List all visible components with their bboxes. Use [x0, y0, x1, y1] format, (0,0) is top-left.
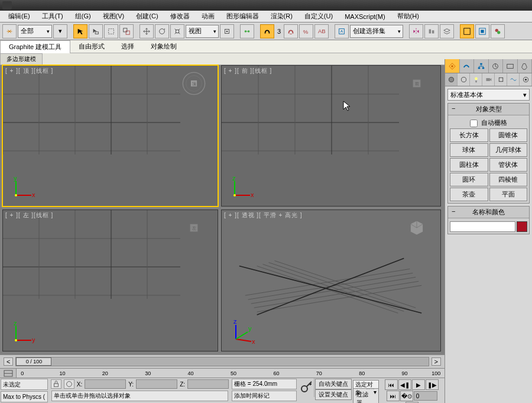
next-frame-button[interactable]: >: [432, 357, 441, 366]
btn-teapot[interactable]: 茶壶: [450, 188, 488, 201]
viewport-label-persp[interactable]: [ + ][ 透视 ][ 平滑 + 高光 ]: [224, 211, 303, 220]
btn-cylinder[interactable]: 圆柱体: [450, 158, 488, 172]
viewport-front[interactable]: [ + ][ 前 ][线框 ] 前 zx: [221, 65, 441, 207]
viewport-left[interactable]: [ + ][ 左 ][线框 ] 左 zy: [2, 209, 218, 352]
cmd-sub-shapes[interactable]: [458, 73, 470, 86]
play-button[interactable]: ▶: [412, 379, 425, 390]
rollout-hdr-objtype[interactable]: 对象类型: [448, 104, 529, 115]
cmd-sub-cameras[interactable]: [482, 73, 495, 86]
goto-end-button[interactable]: ⏭: [387, 391, 400, 401]
menu-view[interactable]: 视图(V): [97, 11, 131, 22]
layer-manager-button[interactable]: [440, 24, 454, 38]
btn-geosphere[interactable]: 几何球体: [489, 143, 528, 157]
btn-torus[interactable]: 圆环: [450, 173, 488, 186]
status-script[interactable]: Max to Physcs (: [1, 391, 48, 402]
rollout-hdr-namecolor[interactable]: 名称和颜色: [448, 207, 529, 218]
y-coord-input[interactable]: [136, 379, 177, 389]
select-by-name-button[interactable]: [89, 24, 103, 38]
goto-start-button[interactable]: ⏮: [385, 379, 398, 390]
ribbon-tab-graphite[interactable]: Graphite 建模工具: [0, 40, 70, 53]
window-crossing-button[interactable]: [119, 24, 134, 38]
autogrid-checkbox[interactable]: [470, 120, 478, 127]
rect-select-button[interactable]: [104, 24, 118, 38]
viewport-top[interactable]: [ + ][ 顶 ][线框 ] 顶 yx: [2, 65, 218, 207]
trackbar-toggle-icon[interactable]: [0, 369, 17, 378]
viewcube-persp[interactable]: [405, 216, 429, 240]
angle-snap-button[interactable]: [284, 24, 298, 38]
key-target-selector[interactable]: 选定对象: [353, 380, 379, 389]
menu-maxscript[interactable]: MAXScript(M): [339, 12, 391, 21]
cmd-sub-geometry[interactable]: [445, 73, 458, 86]
menu-customize[interactable]: 自定义(U): [299, 11, 339, 22]
viewcube-front[interactable]: 前: [405, 72, 429, 95]
ribbon-tab-objectpaint[interactable]: 对象绘制: [142, 40, 185, 53]
align-button[interactable]: [424, 24, 439, 38]
viewport-perspective[interactable]: [ + ][ 透视 ][ 平滑 + 高光 ] zxy: [221, 209, 441, 352]
btn-sphere[interactable]: 球体: [450, 143, 488, 157]
time-slider-handle[interactable]: 0 / 100: [16, 357, 51, 366]
cmd-sub-helpers[interactable]: [495, 73, 507, 86]
setkey-button[interactable]: 设置关键点: [315, 389, 352, 400]
menu-create[interactable]: 创建(C): [130, 11, 164, 22]
isolate-icon[interactable]: [64, 379, 74, 389]
material-editor-button[interactable]: [491, 24, 505, 38]
refcoord-selector[interactable]: 视图: [186, 25, 219, 38]
btn-cone[interactable]: 圆锥体: [489, 128, 528, 142]
cmd-tab-utilities[interactable]: [518, 59, 533, 73]
edit-named-sel-button[interactable]: [335, 24, 349, 38]
cmd-tab-modify[interactable]: [460, 59, 475, 73]
use-pivot-button[interactable]: [220, 24, 234, 38]
scale-button[interactable]: [170, 24, 184, 38]
z-coord-input[interactable]: [187, 379, 229, 389]
menu-rendering[interactable]: 渲染(R): [265, 11, 299, 22]
link-icon[interactable]: [2, 24, 17, 38]
key-mode-toggle[interactable]: �⊙: [400, 391, 413, 401]
next-frame-btn[interactable]: ❚▶: [426, 379, 439, 390]
ribbon-tab-selection[interactable]: 选择: [113, 40, 142, 53]
x-coord-input[interactable]: [85, 379, 126, 389]
viewcube-top[interactable]: 顶: [182, 72, 206, 95]
cmd-tab-create[interactable]: [445, 59, 460, 73]
ribbon-tab-freeform[interactable]: 自由形式: [70, 40, 113, 53]
track-ruler[interactable]: 0 10 20 30 40 50 60 70 80 90 100: [17, 369, 445, 378]
cmd-sub-lights[interactable]: [470, 73, 482, 86]
menu-animation[interactable]: 动画: [196, 11, 220, 22]
prev-frame-button[interactable]: <: [4, 357, 13, 366]
object-color-swatch[interactable]: [517, 221, 527, 232]
viewport-label-front[interactable]: [ + ][ 前 ][线框 ]: [224, 67, 272, 75]
menu-grapheditors[interactable]: 图形编辑器: [220, 11, 265, 22]
menu-help[interactable]: 帮助(H): [391, 11, 425, 22]
menu-tools[interactable]: 工具(T): [36, 11, 69, 22]
layer-selector[interactable]: 全部: [18, 25, 52, 38]
cmd-tab-display[interactable]: [503, 59, 518, 73]
set-key-big-icon[interactable]: [300, 378, 314, 397]
time-tag-button[interactable]: 添加时间标记: [232, 391, 297, 401]
curve-editor-button[interactable]: [460, 24, 474, 38]
btn-tube[interactable]: 管状体: [489, 158, 528, 172]
track-bar[interactable]: 0 10 20 30 40 50 60 70 80 90 100: [0, 369, 445, 378]
btn-box[interactable]: 长方体: [450, 128, 488, 142]
cmd-category-dropdown[interactable]: 标准基本体: [447, 89, 530, 101]
cmd-sub-systems[interactable]: [520, 73, 532, 86]
move-button[interactable]: [140, 24, 154, 38]
prev-frame-btn[interactable]: ◀❚: [398, 379, 411, 390]
layer-dropdown-icon[interactable]: ▾: [53, 24, 67, 38]
autokey-button[interactable]: 自动关键点: [315, 379, 352, 389]
select-manipulate-button[interactable]: [240, 24, 254, 38]
cmd-tab-hierarchy[interactable]: [474, 59, 489, 73]
menu-modifiers[interactable]: 修改器: [164, 11, 196, 22]
menu-edit[interactable]: 编辑(E): [2, 11, 36, 22]
current-frame-input[interactable]: 0: [414, 391, 437, 401]
spinner-snap-button[interactable]: ABC: [314, 24, 329, 38]
lock-selection-icon[interactable]: [51, 379, 61, 389]
select-object-button[interactable]: [73, 24, 87, 38]
named-sel-selector[interactable]: 创建选择集: [350, 25, 403, 38]
object-name-input[interactable]: [450, 221, 515, 232]
menu-group[interactable]: 组(G): [69, 11, 97, 22]
percent-snap-button[interactable]: %: [299, 24, 313, 38]
mirror-button[interactable]: [409, 24, 423, 38]
ribbon-sub-polymodel[interactable]: 多边形建模: [0, 53, 43, 65]
snap-toggle-button[interactable]: [260, 24, 274, 38]
rotate-button[interactable]: [155, 24, 169, 38]
time-slider[interactable]: 0 / 100: [15, 357, 429, 366]
